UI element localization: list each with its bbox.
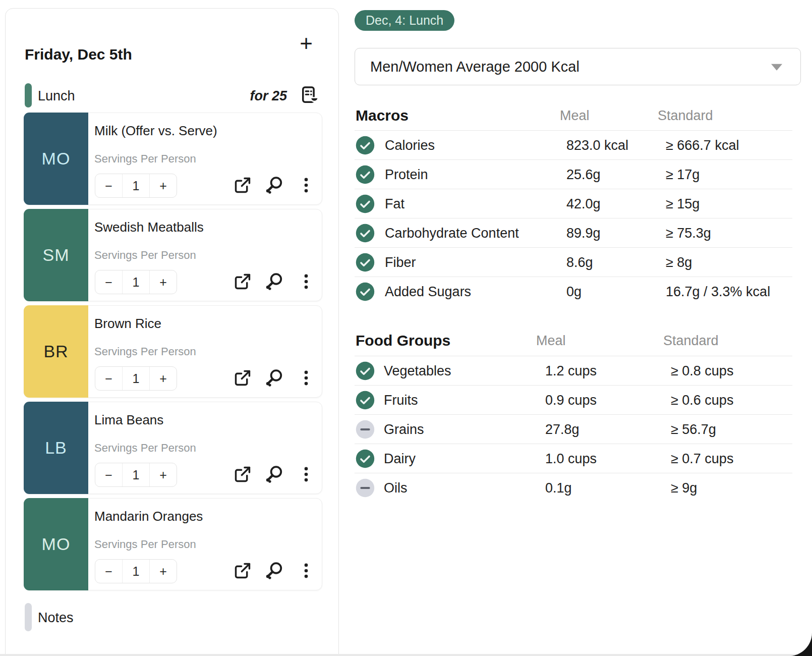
kebab-menu-icon[interactable] [297, 368, 316, 388]
nutrient-meal-value: 1.0 cups [545, 451, 597, 466]
food-groups-table-header: Food Groups Meal Standard [355, 325, 792, 356]
day-title: Friday, Dec 5th [25, 46, 132, 63]
nutrient-row: Fruits 0.9 cups ≥ 0.6 cups [355, 385, 792, 414]
servings-value: 1 [122, 367, 149, 390]
nutrient-meal-value: 823.0 kcal [566, 137, 628, 153]
food-groups-rows: Vegetables 1.2 cups ≥ 0.8 cups Fruits 0.… [355, 356, 792, 502]
check-icon [356, 224, 375, 243]
serving-count-label: for 25 [234, 88, 287, 104]
drumstick-icon[interactable] [264, 561, 283, 580]
open-external-icon[interactable] [233, 561, 252, 580]
meal-abbr-tile: SM [24, 209, 88, 301]
drumstick-icon[interactable] [264, 465, 283, 484]
kebab-menu-icon[interactable] [297, 561, 316, 580]
nutrient-meal-value: 27.8g [545, 421, 579, 437]
nutrient-label: Vegetables [384, 363, 451, 378]
food-groups-title: Food Groups [356, 332, 450, 349]
decrement-button[interactable]: − [95, 463, 122, 486]
meal-abbr-tile: MO [24, 498, 88, 590]
notes-color-bar [25, 603, 32, 631]
nutrient-standard-value: 16.7g / 3.3% kcal [666, 284, 770, 299]
minus-icon [356, 478, 375, 498]
increment-button[interactable]: + [149, 367, 177, 390]
status-icon [356, 136, 375, 155]
nutrient-label: Carbohydrate Content [385, 225, 519, 241]
meal-title: Brown Rice [94, 316, 161, 332]
meal-card[interactable]: BR Brown Rice Servings Per Person − 1 + [24, 305, 322, 398]
status-icon [356, 361, 375, 380]
add-meal-button[interactable]: + [295, 32, 318, 55]
meal-abbr: BR [43, 342, 68, 361]
open-external-icon[interactable] [233, 465, 252, 484]
meal-title: Swedish Meatballs [94, 220, 204, 235]
servings-label: Servings Per Person [94, 538, 196, 551]
nutrient-row: Protein 25.6g ≥ 17g [355, 159, 792, 189]
status-icon [356, 391, 375, 410]
nutrient-row: Calories 823.0 kcal ≥ 666.7 kcal [355, 130, 792, 159]
nutrient-row: Added Sugars 0g 16.7g / 3.3% kcal [355, 277, 792, 306]
check-icon [356, 391, 375, 410]
status-icon [356, 449, 375, 468]
meal-badge: Dec, 4: Lunch [355, 10, 454, 31]
open-external-icon[interactable] [233, 368, 252, 388]
nutrient-label: Fiber [385, 254, 416, 270]
meal-card[interactable]: SM Swedish Meatballs Servings Per Person… [24, 209, 322, 301]
open-external-icon[interactable] [233, 272, 252, 291]
meal-abbr: SM [43, 245, 70, 265]
food-groups-table: Food Groups Meal Standard Vegetables 1.2… [355, 325, 792, 502]
servings-label: Servings Per Person [94, 442, 196, 455]
nutrient-row: Carbohydrate Content 89.9g ≥ 75.3g [355, 218, 792, 247]
status-icon [356, 282, 375, 301]
menu-board-icon[interactable] [301, 85, 320, 104]
nutrient-label: Dairy [384, 451, 416, 466]
decrement-button[interactable]: − [95, 270, 122, 294]
meal-abbr: MO [42, 534, 71, 554]
meal-title: Mandarin Oranges [94, 509, 203, 524]
standard-select[interactable]: Men/Women Average 2000 Kcal [355, 48, 801, 85]
meal-card[interactable]: LB Lima Beans Servings Per Person − 1 + [24, 402, 322, 494]
nutrient-standard-value: ≥ 0.6 cups [671, 392, 733, 408]
notes-label: Notes [38, 610, 74, 626]
nutrient-meal-value: 1.2 cups [545, 363, 597, 378]
status-icon [356, 478, 375, 498]
nutrient-label: Fruits [384, 392, 418, 408]
status-icon [356, 224, 375, 243]
nutrient-row: Grains 27.8g ≥ 56.7g [355, 414, 792, 444]
drumstick-icon[interactable] [264, 272, 283, 291]
drumstick-icon[interactable] [264, 176, 283, 195]
status-icon [356, 194, 375, 213]
nutrient-label: Protein [385, 167, 428, 182]
kebab-menu-icon[interactable] [297, 465, 316, 484]
increment-button[interactable]: + [149, 174, 177, 197]
lunch-color-bar [25, 83, 32, 107]
column-header-meal: Meal [560, 108, 590, 124]
window-bottom-edge [0, 654, 812, 656]
open-external-icon[interactable] [233, 176, 252, 195]
nutrient-meal-value: 25.6g [566, 167, 601, 182]
meal-card[interactable]: MO Milk (Offer vs. Serve) Servings Per P… [24, 113, 322, 205]
decrement-button[interactable]: − [95, 560, 122, 583]
servings-stepper: − 1 + [95, 270, 177, 294]
decrement-button[interactable]: − [95, 174, 122, 197]
meal-list: MO Milk (Offer vs. Serve) Servings Per P… [24, 113, 322, 594]
nutrient-standard-value: ≥ 8g [666, 254, 692, 270]
check-icon [356, 194, 375, 213]
nutrient-meal-value: 0.1g [545, 480, 572, 496]
meal-abbr-tile: MO [24, 113, 88, 205]
meal-abbr-tile: LB [24, 402, 88, 494]
nutrient-standard-value: ≥ 15g [666, 196, 700, 211]
servings-stepper: − 1 + [95, 174, 177, 198]
increment-button[interactable]: + [149, 270, 177, 294]
chevron-down-icon [771, 64, 782, 71]
kebab-menu-icon[interactable] [297, 272, 316, 291]
increment-button[interactable]: + [149, 560, 177, 583]
drumstick-icon[interactable] [264, 368, 283, 388]
decrement-button[interactable]: − [95, 367, 122, 390]
servings-stepper: − 1 + [95, 463, 177, 487]
notes-section[interactable]: Notes [6, 603, 308, 631]
increment-button[interactable]: + [149, 463, 177, 486]
meal-card[interactable]: MO Mandarin Oranges Servings Per Person … [24, 498, 322, 590]
nutrient-standard-value: ≥ 666.7 kcal [666, 137, 739, 153]
kebab-menu-icon[interactable] [297, 176, 316, 195]
nutrient-meal-value: 42.0g [566, 196, 601, 211]
